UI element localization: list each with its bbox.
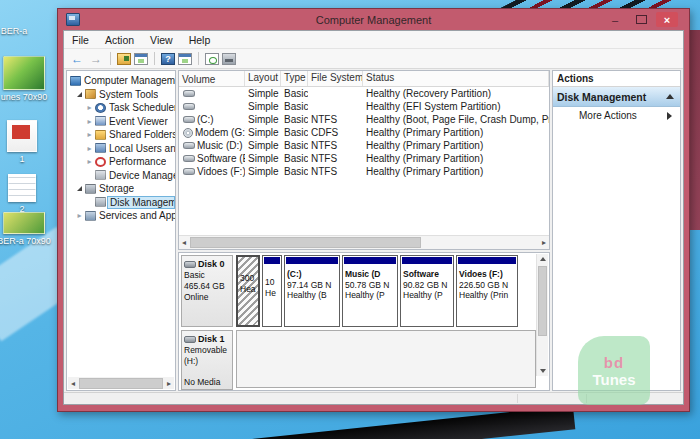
scroll-right-icon[interactable]: ▸ <box>539 238 549 247</box>
disk1-state: No Media <box>184 377 230 388</box>
export-list-icon[interactable] <box>117 53 131 65</box>
volume-row[interactable]: Modem (G:) Simple Basic CDFS Healthy (Pr… <box>179 126 549 139</box>
disk1-info-box[interactable]: Disk 1 Removable (H:) No Media <box>181 330 233 390</box>
expander-collapsed-icon[interactable]: ▸ <box>85 157 94 166</box>
minimize-button[interactable]: – <box>604 12 626 27</box>
menu-help[interactable]: Help <box>181 31 219 48</box>
volume-row[interactable]: Software (E:) Simple Basic NTFS Healthy … <box>179 152 549 165</box>
volume-row[interactable]: Music (D:) Simple Basic NTFS Healthy (Pr… <box>179 139 549 152</box>
volume-row[interactable]: Simple Basic Healthy (Recovery Partition… <box>179 87 549 100</box>
tree-item-services-applications[interactable]: ▸ Services and Applications <box>67 209 175 223</box>
expander-collapsed-icon[interactable]: ▸ <box>85 130 94 139</box>
scrollbar-thumb[interactable] <box>538 266 547 336</box>
volume-status: Healthy (Primary Partition) <box>363 166 549 177</box>
collapse-up-icon[interactable] <box>666 94 674 99</box>
volume-icon <box>183 103 195 110</box>
tree-item-event-viewer[interactable]: ▸ Event Viewer <box>67 115 175 129</box>
volume-row[interactable]: Vidoes (F:) Simple Basic NTFS Healthy (P… <box>179 165 549 178</box>
menu-file[interactable]: File <box>64 31 97 48</box>
title-bar[interactable]: Computer Management – × <box>63 9 684 30</box>
expander-collapsed-icon[interactable]: ▸ <box>85 144 94 153</box>
desktop-icon-spreadsheet[interactable]: 2 <box>0 174 50 214</box>
scroll-right-icon[interactable]: ▸ <box>164 379 174 388</box>
tree-item-task-scheduler[interactable]: ▸ Task Scheduler <box>67 101 175 115</box>
forward-arrow-icon[interactable]: → <box>88 51 104 66</box>
disk0-info-box[interactable]: Disk 0 Basic 465.64 GB Online <box>181 255 233 327</box>
menu-action[interactable]: Action <box>97 31 142 48</box>
scrollbar-thumb[interactable] <box>79 378 163 389</box>
show-hide-console-tree-icon[interactable] <box>178 53 192 65</box>
tree-horizontal-scrollbar[interactable]: ◂ ▸ <box>68 377 174 389</box>
scrollbar-thumb[interactable] <box>190 237 421 248</box>
disk1-kind: Removable (H:) <box>184 345 230 367</box>
maximize-button[interactable] <box>630 12 652 27</box>
volume-icon <box>183 155 195 162</box>
partition-efi[interactable]: 10 He <box>262 255 282 327</box>
volume-row[interactable]: (C:) Simple Basic NTFS Healthy (Boot, Pa… <box>179 113 549 126</box>
volume-filesystem: CDFS <box>308 127 363 138</box>
tree-item-storage[interactable]: Storage <box>67 182 175 196</box>
partition-software[interactable]: Software 90.82 GB N Healthy (P <box>400 255 454 327</box>
column-header-filesystem[interactable]: File System <box>308 71 363 86</box>
graphical-disk-view: Disk 0 Basic 465.64 GB Online 300 Hea <box>178 252 550 391</box>
scroll-left-icon[interactable]: ◂ <box>179 238 189 247</box>
desktop-icon-label[interactable]: BER-a <box>0 26 42 36</box>
expander-collapsed-icon[interactable]: ▸ <box>75 211 84 220</box>
disk0-name: Disk 0 <box>198 259 225 270</box>
disk1-no-media-region[interactable] <box>236 330 536 388</box>
tree-item-label: Storage <box>99 183 134 194</box>
scroll-left-icon[interactable]: ◂ <box>68 379 78 388</box>
volume-row[interactable]: Simple Basic Healthy (EFI System Partiti… <box>179 100 549 113</box>
watermark-text: Tunes <box>592 372 635 387</box>
volume-layout: Simple <box>245 127 281 138</box>
column-header-status[interactable]: Status <box>363 71 549 86</box>
screen: BER-a unes 70x90 1 2 BER-a 70x90 Compute… <box>0 0 700 439</box>
back-arrow-icon[interactable]: ← <box>69 51 85 66</box>
tree-item-shared-folders[interactable]: ▸ Shared Folders <box>67 128 175 142</box>
scroll-up-icon[interactable] <box>537 254 548 264</box>
tree-item-disk-management[interactable]: Disk Management <box>67 196 175 210</box>
toolbar-separator <box>198 52 199 65</box>
column-header-layout[interactable]: Layout <box>245 71 281 86</box>
disk-view-vertical-scrollbar[interactable] <box>536 254 548 376</box>
tree-item-label: Device Manager <box>109 170 175 181</box>
tree-item-computer-management[interactable]: Computer Management (Local <box>67 74 175 88</box>
volume-list-horizontal-scrollbar[interactable]: ◂ ▸ <box>179 235 549 249</box>
disk0-row: Disk 0 Basic 465.64 GB Online 300 Hea <box>181 255 536 327</box>
desktop-icon-document[interactable]: 1 <box>0 120 50 164</box>
more-actions-item[interactable]: More Actions <box>553 107 680 124</box>
tree-item-local-users-groups[interactable]: ▸ Local Users and Groups <box>67 142 175 156</box>
tree-item-system-tools[interactable]: System Tools <box>67 88 175 102</box>
expander-expanded-icon[interactable] <box>75 186 84 191</box>
help-icon[interactable]: ? <box>161 53 175 65</box>
refresh-icon[interactable] <box>205 53 219 65</box>
console-window-icon[interactable] <box>134 53 148 65</box>
disk0-partitions: 300 Hea 10 He <box>233 255 536 327</box>
partition-vidoes[interactable]: Vidoes (F:) 226.50 GB N Healthy (Prin <box>456 255 518 327</box>
toolbar-separator <box>154 52 155 65</box>
desktop-icon-label-text: BER-a 70x90 <box>0 236 51 246</box>
expander-collapsed-icon[interactable]: ▸ <box>85 103 94 112</box>
tree-item-performance[interactable]: ▸ Performance <box>67 155 175 169</box>
document-thumbnail-icon <box>7 120 37 152</box>
expander-collapsed-icon[interactable]: ▸ <box>85 117 94 126</box>
tree-item-device-manager[interactable]: Device Manager <box>67 169 175 183</box>
column-header-type[interactable]: Type <box>281 71 308 86</box>
desktop-icon-image-2[interactable]: BER-a 70x90 <box>0 212 52 246</box>
menu-view[interactable]: View <box>142 31 181 48</box>
scroll-down-icon[interactable] <box>537 366 548 376</box>
column-header-volume[interactable]: Volume <box>179 71 245 86</box>
cd-drive-icon <box>183 128 193 138</box>
desktop-icon-label-text: unes 70x90 <box>1 92 48 102</box>
submenu-right-icon <box>667 112 672 120</box>
image-thumbnail-icon <box>3 212 45 234</box>
partition-recovery[interactable]: 300 Hea <box>236 255 260 327</box>
disk-management-icon[interactable] <box>222 53 236 65</box>
partition-music[interactable]: Music (D 50.78 GB N Healthy (P <box>342 255 398 327</box>
actions-group-disk-management[interactable]: Disk Management <box>553 87 680 107</box>
expander-expanded-icon[interactable] <box>75 92 84 97</box>
close-button[interactable]: × <box>656 12 678 27</box>
desktop-icon-image[interactable]: unes 70x90 <box>0 56 52 102</box>
volume-layout: Simple <box>245 140 281 151</box>
partition-c[interactable]: (C:) 97.14 GB N Healthy (B <box>284 255 340 327</box>
